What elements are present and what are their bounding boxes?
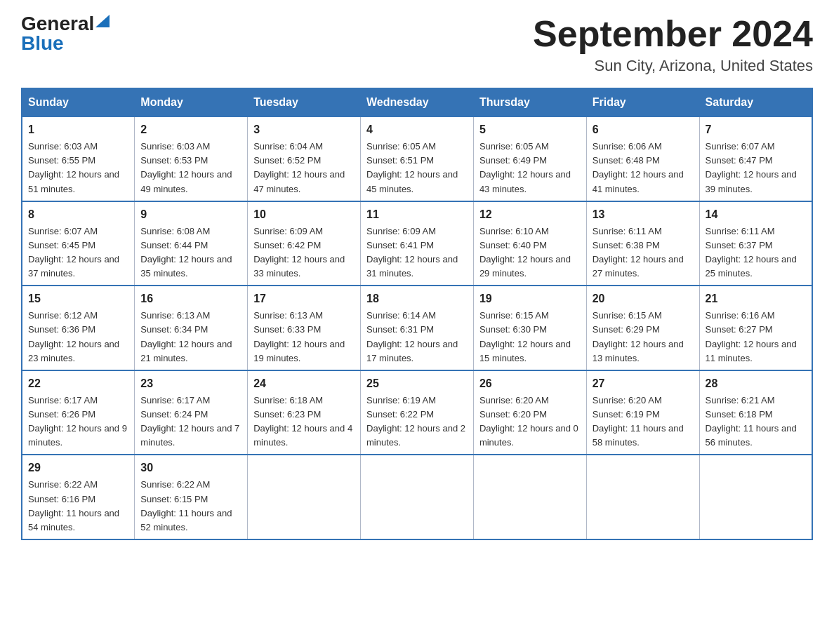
calendar-week-row-4: 22 Sunrise: 6:17 AMSunset: 6:26 PMDaylig…: [22, 370, 812, 455]
day-info: Sunrise: 6:16 AMSunset: 6:27 PMDaylight:…: [706, 310, 797, 363]
calendar-cell: 1 Sunrise: 6:03 AMSunset: 6:55 PMDayligh…: [22, 116, 135, 201]
day-number: 27: [593, 375, 694, 392]
calendar-header-row: Sunday Monday Tuesday Wednesday Thursday…: [22, 88, 812, 116]
col-header-friday: Friday: [586, 88, 699, 116]
day-info: Sunrise: 6:11 AMSunset: 6:37 PMDaylight:…: [706, 226, 797, 279]
col-header-sunday: Sunday: [22, 88, 135, 116]
calendar-cell: 21 Sunrise: 6:16 AMSunset: 6:27 PMDaylig…: [699, 286, 812, 370]
day-number: 23: [140, 375, 241, 392]
day-info: Sunrise: 6:08 AMSunset: 6:44 PMDaylight:…: [140, 226, 232, 279]
day-info: Sunrise: 6:20 AMSunset: 6:19 PMDaylight:…: [593, 395, 684, 448]
day-info: Sunrise: 6:09 AMSunset: 6:41 PMDaylight:…: [366, 226, 458, 279]
calendar-cell: 29 Sunrise: 6:22 AMSunset: 6:16 PMDaylig…: [22, 455, 135, 539]
calendar-week-row-1: 1 Sunrise: 6:03 AMSunset: 6:55 PMDayligh…: [22, 116, 812, 201]
day-info: Sunrise: 6:17 AMSunset: 6:24 PMDaylight:…: [140, 395, 239, 448]
calendar-cell: 24 Sunrise: 6:18 AMSunset: 6:23 PMDaylig…: [248, 370, 361, 455]
calendar-cell: [361, 455, 474, 539]
location-subtitle: Sun City, Arizona, United States: [533, 57, 813, 75]
day-info: Sunrise: 6:15 AMSunset: 6:30 PMDaylight:…: [479, 310, 571, 363]
day-number: 3: [253, 121, 355, 138]
day-number: 28: [706, 375, 806, 392]
calendar-cell: 2 Sunrise: 6:03 AMSunset: 6:53 PMDayligh…: [135, 116, 248, 201]
day-number: 2: [140, 121, 241, 138]
day-info: Sunrise: 6:17 AMSunset: 6:26 PMDaylight:…: [28, 395, 127, 448]
logo-triangle-icon: [95, 15, 110, 27]
day-number: 8: [28, 206, 128, 223]
day-number: 24: [253, 375, 355, 392]
day-info: Sunrise: 6:22 AMSunset: 6:16 PMDaylight:…: [28, 479, 119, 532]
day-info: Sunrise: 6:15 AMSunset: 6:29 PMDaylight:…: [593, 310, 684, 363]
calendar-cell: 20 Sunrise: 6:15 AMSunset: 6:29 PMDaylig…: [586, 286, 699, 370]
calendar-week-row-5: 29 Sunrise: 6:22 AMSunset: 6:16 PMDaylig…: [22, 455, 812, 539]
day-info: Sunrise: 6:18 AMSunset: 6:23 PMDaylight:…: [253, 395, 352, 448]
day-number: 9: [140, 206, 241, 223]
day-info: Sunrise: 6:05 AMSunset: 6:51 PMDaylight:…: [366, 141, 458, 194]
day-info: Sunrise: 6:14 AMSunset: 6:31 PMDaylight:…: [366, 310, 458, 363]
calendar-cell: 11 Sunrise: 6:09 AMSunset: 6:41 PMDaylig…: [361, 201, 474, 286]
day-info: Sunrise: 6:05 AMSunset: 6:49 PMDaylight:…: [479, 141, 571, 194]
calendar-cell: 26 Sunrise: 6:20 AMSunset: 6:20 PMDaylig…: [473, 370, 586, 455]
day-info: Sunrise: 6:06 AMSunset: 6:48 PMDaylight:…: [593, 141, 684, 194]
day-info: Sunrise: 6:10 AMSunset: 6:40 PMDaylight:…: [479, 226, 571, 279]
calendar-cell: 7 Sunrise: 6:07 AMSunset: 6:47 PMDayligh…: [699, 116, 812, 201]
day-number: 15: [28, 290, 128, 307]
calendar-cell: 4 Sunrise: 6:05 AMSunset: 6:51 PMDayligh…: [361, 116, 474, 201]
logo-blue-text: Blue: [21, 34, 64, 53]
calendar-cell: 17 Sunrise: 6:13 AMSunset: 6:33 PMDaylig…: [248, 286, 361, 370]
calendar-cell: 18 Sunrise: 6:14 AMSunset: 6:31 PMDaylig…: [361, 286, 474, 370]
calendar-cell: 23 Sunrise: 6:17 AMSunset: 6:24 PMDaylig…: [135, 370, 248, 455]
day-info: Sunrise: 6:07 AMSunset: 6:47 PMDaylight:…: [706, 141, 797, 194]
calendar-cell: 5 Sunrise: 6:05 AMSunset: 6:49 PMDayligh…: [473, 116, 586, 201]
calendar-cell: 15 Sunrise: 6:12 AMSunset: 6:36 PMDaylig…: [22, 286, 135, 370]
calendar-cell: 12 Sunrise: 6:10 AMSunset: 6:40 PMDaylig…: [473, 201, 586, 286]
day-number: 29: [28, 459, 128, 476]
title-area: September 2024 Sun City, Arizona, United…: [533, 14, 813, 75]
day-info: Sunrise: 6:04 AMSunset: 6:52 PMDaylight:…: [253, 141, 345, 194]
day-info: Sunrise: 6:11 AMSunset: 6:38 PMDaylight:…: [593, 226, 684, 279]
month-title: September 2024: [533, 14, 813, 54]
day-number: 6: [593, 121, 694, 138]
calendar-cell: 22 Sunrise: 6:17 AMSunset: 6:26 PMDaylig…: [22, 370, 135, 455]
day-info: Sunrise: 6:20 AMSunset: 6:20 PMDaylight:…: [479, 395, 578, 448]
day-number: 25: [366, 375, 468, 392]
day-number: 7: [706, 121, 806, 138]
day-info: Sunrise: 6:21 AMSunset: 6:18 PMDaylight:…: [706, 395, 797, 448]
day-number: 22: [28, 375, 128, 392]
calendar-cell: 6 Sunrise: 6:06 AMSunset: 6:48 PMDayligh…: [586, 116, 699, 201]
page-header: General Blue September 2024 Sun City, Ar…: [21, 14, 813, 75]
logo-general-text: General: [21, 14, 94, 34]
day-number: 11: [366, 206, 468, 223]
day-number: 30: [140, 459, 241, 476]
svg-marker-0: [95, 15, 110, 27]
col-header-wednesday: Wednesday: [361, 88, 474, 116]
day-info: Sunrise: 6:03 AMSunset: 6:53 PMDaylight:…: [140, 141, 232, 194]
calendar-cell: [473, 455, 586, 539]
day-info: Sunrise: 6:13 AMSunset: 6:34 PMDaylight:…: [140, 310, 232, 363]
calendar-cell: 3 Sunrise: 6:04 AMSunset: 6:52 PMDayligh…: [248, 116, 361, 201]
logo: General Blue: [21, 14, 110, 53]
day-info: Sunrise: 6:19 AMSunset: 6:22 PMDaylight:…: [366, 395, 465, 448]
calendar-cell: 27 Sunrise: 6:20 AMSunset: 6:19 PMDaylig…: [586, 370, 699, 455]
day-number: 14: [706, 206, 806, 223]
col-header-tuesday: Tuesday: [248, 88, 361, 116]
day-number: 21: [706, 290, 806, 307]
day-number: 4: [366, 121, 468, 138]
calendar-cell: 8 Sunrise: 6:07 AMSunset: 6:45 PMDayligh…: [22, 201, 135, 286]
calendar-cell: [699, 455, 812, 539]
col-header-thursday: Thursday: [473, 88, 586, 116]
calendar-cell: 14 Sunrise: 6:11 AMSunset: 6:37 PMDaylig…: [699, 201, 812, 286]
calendar-cell: 28 Sunrise: 6:21 AMSunset: 6:18 PMDaylig…: [699, 370, 812, 455]
calendar-cell: 30 Sunrise: 6:22 AMSunset: 6:15 PMDaylig…: [135, 455, 248, 539]
day-number: 19: [479, 290, 581, 307]
calendar-cell: 25 Sunrise: 6:19 AMSunset: 6:22 PMDaylig…: [361, 370, 474, 455]
day-number: 12: [479, 206, 581, 223]
day-number: 10: [253, 206, 355, 223]
day-number: 20: [593, 290, 694, 307]
day-number: 5: [479, 121, 581, 138]
day-number: 16: [140, 290, 241, 307]
col-header-monday: Monday: [135, 88, 248, 116]
day-info: Sunrise: 6:22 AMSunset: 6:15 PMDaylight:…: [140, 479, 232, 532]
day-info: Sunrise: 6:09 AMSunset: 6:42 PMDaylight:…: [253, 226, 345, 279]
day-info: Sunrise: 6:13 AMSunset: 6:33 PMDaylight:…: [253, 310, 345, 363]
calendar-table: Sunday Monday Tuesday Wednesday Thursday…: [21, 88, 813, 540]
